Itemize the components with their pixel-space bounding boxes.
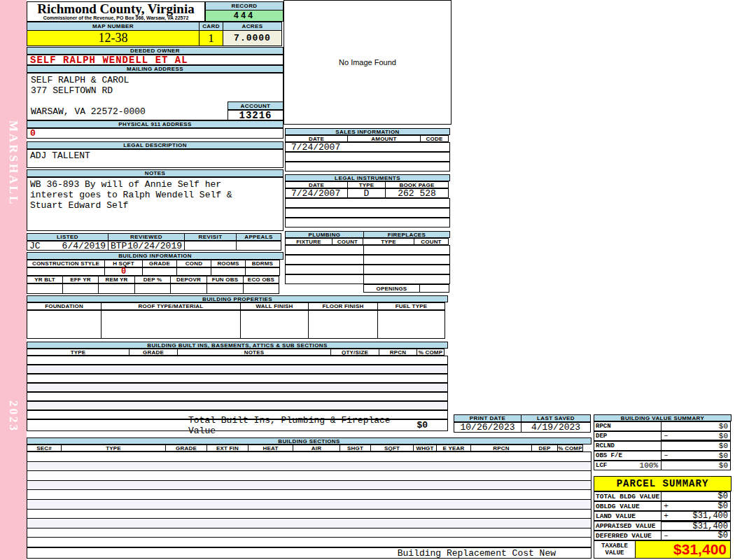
section-row[interactable] — [27, 519, 591, 528]
grade-value[interactable] — [142, 267, 177, 276]
bvs-row-value: $0 — [671, 451, 730, 460]
sales-amount-header: AMOUNT — [347, 135, 421, 142]
builtin-row[interactable] — [27, 401, 448, 410]
plumbing-fireplace-row[interactable] — [285, 255, 450, 265]
map-number-value[interactable]: 12-38 — [27, 30, 200, 46]
foundation-value[interactable] — [27, 310, 102, 339]
account-label: ACCOUNT — [227, 102, 284, 110]
sales-row[interactable] — [285, 152, 450, 162]
legal-description-label: LEGAL DESCRIPTION — [27, 141, 284, 149]
section-row[interactable] — [27, 538, 591, 547]
deeded-owner-value[interactable]: SELF RALPH WENDELL ET AL — [27, 55, 284, 65]
grade-header: GRADE — [142, 260, 177, 267]
floor-finish-value[interactable] — [308, 310, 378, 339]
rooms-value[interactable] — [211, 267, 246, 276]
bvs-row-label: RPCN — [594, 421, 662, 431]
print-date-value: 10/26/2023 — [454, 422, 522, 433]
ecoobs-value[interactable] — [243, 284, 279, 294]
parcel-row-label: OBLDG VALUE — [594, 501, 662, 511]
notes-box[interactable]: WB 36-893 By will of Annie Self her inte… — [27, 177, 284, 231]
dep-pct-value[interactable] — [134, 284, 171, 294]
openings-value[interactable] — [419, 284, 449, 293]
bvs-row-value: $0 — [671, 432, 730, 440]
builtin-row[interactable] — [27, 365, 448, 374]
card-value[interactable]: 1 — [199, 30, 223, 46]
instrument-row1-type: D — [364, 188, 370, 199]
builtin-row[interactable] — [27, 392, 448, 401]
building-information-label: BUILDING INFORMATION — [27, 252, 284, 260]
builtin-grade-header: GRADE — [129, 349, 178, 356]
no-image-message: No Image Found — [339, 58, 396, 66]
sales-row[interactable]: 7/24/2007 — [285, 142, 450, 152]
wall-finish-value[interactable] — [240, 310, 309, 339]
sales-information-label: SALES INFORMATION — [285, 128, 450, 135]
print-date-label: PRINT DATE — [454, 414, 522, 422]
plumbing-fireplace-row[interactable] — [285, 245, 450, 255]
legal-description-value[interactable]: ADJ TALLENT — [27, 149, 284, 168]
acres-value[interactable]: 7.0000 — [223, 30, 282, 46]
parcel-row: APPRAISED VALUE $31,400 — [594, 521, 732, 531]
builtin-qty-header: QTY/SIZE — [330, 349, 379, 356]
plumbing-fireplace-row[interactable] — [285, 274, 450, 284]
builtin-row[interactable] — [27, 383, 448, 392]
builtin-comp-header: % COMP — [416, 349, 444, 356]
physical-address-value[interactable]: 0 — [27, 128, 284, 139]
account-value[interactable]: 13216 — [227, 110, 284, 120]
bvs-row-op: – — [662, 451, 671, 459]
section-row[interactable] — [27, 452, 591, 462]
remyr-header: REM YR — [98, 276, 135, 284]
depovr-value[interactable] — [170, 284, 207, 294]
appeals-value[interactable] — [236, 241, 281, 251]
revisit-value[interactable] — [184, 241, 237, 251]
plumbing-fireplace-row[interactable] — [285, 265, 450, 274]
fuel-type-header: FUEL TYPE — [377, 302, 445, 310]
yrblt-value[interactable] — [27, 284, 63, 294]
construction-style-value[interactable] — [27, 267, 105, 276]
builtin-row[interactable] — [27, 374, 448, 383]
revisit-label: REVISIT — [184, 233, 237, 241]
section-row[interactable] — [27, 481, 591, 491]
parcel-row-value: $0 — [671, 491, 730, 501]
section-row[interactable] — [27, 490, 591, 500]
listed-value[interactable]: JC 6/4/2019 — [27, 241, 108, 251]
instrument-date-header: DATE — [285, 181, 348, 188]
instrument-row[interactable] — [285, 208, 450, 218]
instrument-row[interactable] — [285, 198, 450, 208]
instrument-row[interactable] — [285, 218, 450, 227]
instrument-row[interactable]: 7/24/2007 D 262 528 — [285, 188, 450, 198]
taxable-value-row: TAXABLE VALUE $31,400 — [594, 540, 732, 559]
parcel-row-op: – — [662, 531, 671, 540]
reviewed-value[interactable]: BTP 10/24/2019 — [108, 241, 185, 251]
roof-value[interactable] — [101, 310, 241, 339]
section-row[interactable] — [27, 500, 591, 510]
parcel-row-value: $31,400 — [671, 511, 730, 521]
record-value[interactable]: 444 — [205, 10, 284, 22]
sqft-header: SQFT — [370, 444, 414, 451]
sales-row[interactable] — [285, 162, 450, 172]
rpcn-header: RPCN — [470, 444, 532, 451]
parcel-row-op: + — [662, 512, 671, 520]
bvs-lcf-pct: 100% — [640, 461, 658, 470]
fuel-type-value[interactable] — [377, 310, 445, 339]
section-row[interactable] — [27, 510, 591, 519]
section-row[interactable] — [27, 471, 591, 481]
rooms-header: ROOMS — [211, 260, 246, 267]
floor-finish-header: FLOOR FINISH — [308, 302, 378, 310]
foundation-header: FOUNDATION — [27, 302, 102, 310]
effyr-value[interactable] — [62, 284, 99, 294]
whgt-header: WHGT — [413, 444, 437, 451]
wall-finish-header: WALL FINISH — [240, 302, 309, 310]
air-header: AIR — [293, 444, 340, 451]
county-title: Richmond County, Virginia — [27, 2, 204, 15]
remyr-value[interactable] — [98, 284, 135, 294]
builtin-row[interactable] — [27, 356, 448, 365]
mailing-address-label: MAILING ADDRESS — [27, 65, 284, 73]
section-row[interactable] — [27, 462, 591, 472]
hsqft-value[interactable]: 0 — [104, 267, 143, 276]
funobs-value[interactable] — [206, 284, 244, 294]
cond-value[interactable] — [176, 267, 211, 276]
section-row[interactable] — [27, 528, 591, 538]
bvs-row-label: RCLND — [594, 441, 662, 451]
bdrms-value[interactable] — [245, 267, 280, 276]
builtin-rpcn-header: RPCN — [379, 349, 417, 356]
